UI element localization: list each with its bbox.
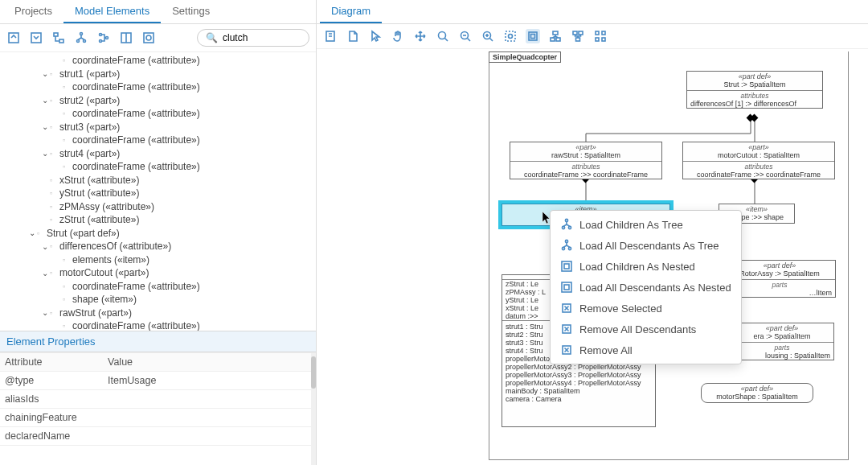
tree-row[interactable]: ⌄▫strut2 («part») (0, 94, 316, 108)
props-row[interactable]: @typeItemUsage (0, 372, 316, 390)
move-icon[interactable] (413, 29, 428, 43)
tree-toggle-icon[interactable]: ⌄ (40, 149, 50, 158)
svg-line-16 (445, 39, 448, 42)
tree-toggle-icon[interactable]: ⌄ (40, 69, 50, 78)
node-camera[interactable]: «part def» era :> SpatialItem parts lous… (730, 323, 834, 360)
props-attr: @type (0, 372, 103, 390)
tree-row[interactable]: ▫shape («item») (0, 293, 316, 307)
tree-label: coordinateFrame («attribute») (72, 161, 200, 172)
new-icon[interactable] (323, 29, 338, 43)
tree-icon (560, 218, 573, 231)
tree-bullet-icon: ▫ (63, 256, 71, 264)
tree-hierarchy-icon[interactable] (74, 31, 88, 45)
expand-icon[interactable] (6, 31, 21, 45)
tree-row[interactable]: ⌄▫strut4 («part») (0, 147, 316, 161)
layout-icon[interactable] (119, 31, 133, 45)
tree-row[interactable]: ▫coordinateFrame («attribute») (0, 134, 316, 147)
svg-line-19 (468, 39, 471, 42)
props-row[interactable]: declaredName (0, 427, 316, 446)
page-icon[interactable] (346, 29, 360, 43)
context-menu-item[interactable]: Load All Descendants As Tree (551, 235, 741, 256)
search-box: 🔍 (197, 29, 309, 47)
select-node-icon[interactable] (548, 29, 563, 43)
node-part-line: camera : Camera (502, 395, 655, 403)
node-motorcutout[interactable]: «part» motorCutout : SpatialItem attribu… (682, 142, 835, 179)
tree-toggle-icon[interactable]: ⌄ (40, 269, 50, 278)
tree-add-icon[interactable] (51, 31, 66, 45)
tree-row[interactable]: ⌄▫differencesOf («attribute») (0, 240, 316, 253)
tree-row[interactable]: ▫coordinateFrame («attribute») (0, 160, 316, 174)
tree-row[interactable]: ⌄▫Strut («part def») (0, 227, 316, 241)
context-menu-item[interactable]: Remove Selected (551, 298, 741, 319)
select-branch-icon[interactable] (571, 29, 585, 43)
remove-icon (560, 344, 573, 356)
fit-icon[interactable] (503, 29, 518, 43)
right-tabs: Diagram (317, 0, 868, 24)
node-motorshape[interactable]: «part def» motorShape : SpatialItem (701, 383, 813, 403)
svg-point-48 (568, 226, 571, 228)
select-all-icon[interactable] (593, 29, 608, 43)
node-rawstrut[interactable]: «part» rawStrut : SpatialItem attributes… (510, 142, 662, 179)
tree-row[interactable]: ▫coordinateFrame («attribute») (0, 280, 316, 294)
tree-row[interactable]: ▫coordinateFrame («attribute») (0, 54, 316, 68)
tree-row[interactable]: ▫coordinateFrame («attribute») (0, 107, 316, 121)
svg-rect-29 (551, 38, 555, 41)
tree-row[interactable]: ⌄▫motorCutout («part») (0, 266, 316, 280)
tree-toggle-icon[interactable]: ⌄ (40, 308, 50, 317)
context-menu-label: Remove Selected (579, 302, 662, 315)
tree-row[interactable]: ▫coordinateFrame («attribute») (0, 80, 316, 94)
context-menu-item[interactable]: Remove All Descendants (551, 319, 741, 339)
props-row[interactable]: chainingFeature (0, 409, 316, 427)
tree-row[interactable]: ▫yStrut («attribute») (0, 187, 316, 200)
hand-icon[interactable] (391, 29, 405, 43)
tab-model-elements[interactable]: Model Elements (63, 0, 161, 23)
view-icon[interactable] (141, 31, 156, 45)
tree-toggle-icon[interactable]: ⌄ (40, 242, 50, 251)
tab-projects[interactable]: Projects (3, 0, 63, 23)
context-menu-item[interactable]: Load All Descendants As Nested (551, 277, 741, 298)
tree-label: coordinateFrame («attribute») (72, 281, 200, 292)
props-row[interactable]: aliasIds (0, 390, 316, 409)
tree-toggle-icon[interactable]: ⌄ (40, 96, 50, 105)
props-val: ItemUsage (103, 372, 316, 390)
context-menu: Load Children As TreeLoad All Descendant… (550, 210, 742, 364)
nested-icon (560, 281, 573, 294)
props-scrollbar[interactable] (311, 353, 316, 465)
tree-row[interactable]: ⌄▫rawStrut («part») (0, 307, 316, 320)
tree-row[interactable]: ▫coordinateFrame («attribute») (0, 319, 316, 331)
right-toolbar (317, 24, 868, 49)
svg-rect-30 (556, 38, 560, 41)
tree-label: strut4 («part») (59, 148, 120, 159)
context-menu-item[interactable]: Load Children As Tree (551, 214, 741, 235)
tree-row[interactable]: ▫xStrut («attribute») (0, 174, 316, 187)
zoom-reset-icon[interactable] (436, 29, 450, 43)
tree-row[interactable]: ▫zStrut («attribute») (0, 213, 316, 227)
tree-row[interactable]: ⌄▫strut3 («part») (0, 121, 316, 134)
tree-nested-icon[interactable] (96, 31, 111, 45)
tree-label: coordinateFrame («attribute») (72, 320, 200, 331)
svg-rect-34 (596, 31, 599, 35)
collapse-icon[interactable] (29, 31, 43, 45)
tree-label: strut1 («part») (59, 68, 120, 80)
tab-settings[interactable]: Settings (161, 0, 221, 23)
zoom-out-icon[interactable] (458, 29, 473, 43)
node-strut[interactable]: «part def» Strut :> SpatialItem attribut… (686, 71, 823, 109)
tree-row[interactable]: ▫zPMAssy («attribute») (0, 200, 316, 214)
search-input[interactable] (221, 31, 301, 44)
cursor-icon[interactable] (368, 29, 383, 43)
tab-diagram[interactable]: Diagram (320, 0, 382, 23)
context-menu-item[interactable]: Load Children As Nested (551, 256, 741, 277)
zoom-in-icon[interactable] (481, 29, 495, 43)
svg-point-9 (106, 37, 108, 39)
diagram-canvas[interactable]: SimpleQuadcopter (317, 49, 868, 465)
tree-bullet-icon: ▫ (50, 150, 58, 158)
tree-row[interactable]: ⌄▫strut1 («part») (0, 68, 316, 81)
highlight-icon[interactable] (526, 29, 540, 43)
tree-label: strut2 («part») (59, 95, 120, 106)
svg-point-46 (565, 219, 567, 221)
tree-row[interactable]: ▫elements («item») (0, 253, 316, 267)
tree-toggle-icon[interactable]: ⌄ (40, 122, 50, 131)
tree-toggle-icon[interactable]: ⌄ (27, 228, 37, 237)
context-menu-item[interactable]: Remove All (551, 339, 741, 360)
context-menu-label: Remove All (579, 344, 633, 356)
